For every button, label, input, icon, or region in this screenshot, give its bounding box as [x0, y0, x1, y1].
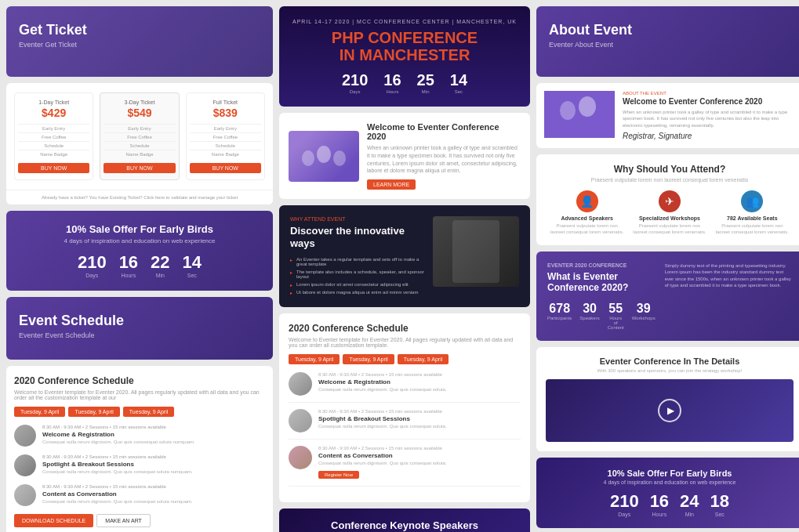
countdown-min: 22 Min — [151, 252, 169, 278]
schedule-info-3: 8:30 AM - 9:30 AM • 2 Sessions • 15 min … — [42, 484, 265, 504]
stat-speakers-lbl: Speakers — [579, 316, 599, 320]
conf-tabs: Tuesday, 9 April Tuesday, 9 April Tuesda… — [289, 354, 521, 364]
why-item-1: 👤 Advanced Speakers Praesent vulputate l… — [546, 190, 628, 236]
welcome-section: Welcome to Eventer Conference 2020 When … — [279, 113, 530, 199]
ticket-cards-container: 1-Day Ticket $429 Early Entry Free Coffe… — [6, 83, 273, 204]
buy-btn-1day[interactable]: BUY NOW — [18, 163, 89, 173]
ticket-cards: 1-Day Ticket $429 Early Entry Free Coffe… — [6, 83, 273, 190]
schedule-meta-3: 8:30 AM - 9:30 AM • 2 Sessions • 15 min … — [42, 484, 265, 489]
why-title-3: 782 Available Seats — [714, 215, 790, 221]
eb-days: 210 Days — [610, 491, 639, 517]
conference-title: PHP CONFERENCE IN MANCHESTER — [292, 29, 518, 63]
schedule-title-2: Spotlight & Breakout Sessions — [42, 461, 265, 468]
conference-date-location: APRIL 14-17 2020 | MCC CONFERENCE CENTER… — [292, 19, 518, 24]
early-birds-left: 10% Sale Offer For Early Birds 4 days of… — [6, 211, 273, 291]
workshop-icon: ✈ — [659, 190, 681, 212]
ticket-1day-type: 1-Day Ticket — [18, 100, 89, 105]
ticket-full: Full Ticket $839 Early Entry Free Coffee… — [186, 92, 265, 180]
svg-rect-3 — [544, 91, 615, 138]
welcome-desc: When an unknown printer took a galley of… — [367, 144, 521, 175]
ticket-3day-type: 3-Day Ticket — [104, 100, 175, 105]
why-items: 👤 Advanced Speakers Praesent vulputate l… — [546, 190, 794, 236]
video-thumbnail[interactable]: ▶ — [546, 379, 794, 442]
conf-avatar-2 — [289, 409, 312, 432]
we-tag: ABOUT THE EVENT — [623, 91, 795, 96]
speaker-silhouette — [452, 220, 499, 283]
schedule-item-1: 8:30 AM - 9:30 AM • 2 Sessions • 15 min … — [14, 425, 265, 447]
what-left: EVENTER 2020 CONFERENCE What is Eventer … — [547, 262, 656, 330]
play-button[interactable]: ▶ — [658, 399, 681, 422]
in-details-title: Eventer Conference In The Details — [546, 356, 794, 366]
eb-sec: 18 Sec — [710, 491, 729, 517]
conf-tab-2[interactable]: Tuesday, 9 April — [343, 354, 394, 364]
conf-item-info-3: 8:30 AM - 9:30 AM • 2 Sessions • 15 min … — [318, 446, 446, 480]
event-schedule-subtitle: Eventer Event Schedule — [19, 331, 260, 339]
ticket-footer: Already have a ticket? You have Existing… — [6, 190, 273, 204]
conf-min: 25 Min — [417, 71, 434, 94]
buy-btn-full[interactable]: BUY NOW — [190, 163, 261, 173]
svg-point-5 — [579, 96, 596, 117]
why-item-3: 👥 782 Available Seats Praesent vulputate… — [711, 190, 794, 236]
download-schedule-btn[interactable]: DOWNLOAD SCHEDULE — [14, 514, 93, 527]
schedule-avatar-1 — [14, 425, 36, 447]
schedule-tab-1[interactable]: Tuesday, 9 April — [14, 407, 65, 417]
stat-speakers-num: 30 — [579, 302, 599, 316]
early-birds-right: 10% Sale Offer For Early Birds 4 days of… — [536, 458, 799, 528]
we-desc: When an unknown printer took a galley of… — [623, 109, 795, 128]
register-now-btn[interactable]: Register Now — [318, 471, 359, 479]
stat-hours-lbl: Hours of Content — [608, 316, 624, 330]
schedule-item-2: 8:30 AM - 9:30 AM • 2 Sessions • 15 min … — [14, 454, 265, 476]
we-signature: Registrar, Signature — [623, 132, 795, 140]
schedule-tab-2[interactable]: Tuesday, 9 April — [68, 407, 119, 417]
countdown-hours-label: Hours — [119, 273, 138, 278]
countdown-sec-num: 14 — [183, 252, 202, 273]
conf-avatar-1 — [289, 372, 312, 396]
why-attend-title: Why Should You Attend? — [546, 164, 794, 175]
buy-btn-3day[interactable]: BUY NOW — [104, 163, 175, 173]
schedule-info-1: 8:30 AM - 9:30 AM • 2 Sessions • 15 min … — [42, 425, 265, 444]
schedule-desc: Welcome to Eventer template for Eventer … — [14, 389, 265, 400]
stat-hours-num: 55 — [608, 302, 624, 316]
countdown-left: 210 Days 16 Hours 22 Min 14 Sec — [19, 252, 260, 278]
welcome-text: Welcome to Eventer Conference 2020 When … — [367, 122, 521, 190]
discover-list: An Eventer takes a regular template and … — [290, 255, 425, 296]
why-desc-2: Praesent vulputate lorem non laoreet con… — [631, 223, 707, 236]
what-desc: Simply dummy text of the printing and ty… — [665, 262, 792, 289]
get-ticket-title: Get Ticket — [19, 22, 260, 38]
schedule-info-2: 8:30 AM - 9:30 AM • 2 Sessions • 15 min … — [42, 454, 265, 474]
schedule-avatar-3 — [14, 484, 36, 506]
ticket-3day: 3-Day Ticket $549 Early Entry Free Coffe… — [100, 92, 179, 180]
conf-tab-3[interactable]: Tuesday, 9 April — [398, 354, 449, 364]
countdown-min-num: 22 — [151, 252, 169, 273]
get-ticket-hero: Get Ticket Eventer Get Ticket — [6, 6, 273, 77]
stat-workshops-num: 39 — [632, 302, 656, 316]
learn-more-btn[interactable]: LEARN MORE — [367, 179, 416, 190]
why-desc-3: Praesent vulputate lorem non laoreet con… — [714, 223, 790, 236]
discover-section: WHY ATTEND EVENT Discover the innovative… — [279, 205, 530, 307]
conference-title-line1: PHP CONFERENCE — [292, 29, 518, 46]
svg-point-1 — [317, 146, 331, 163]
keynote-title: Conference Keynote Speakers — [290, 519, 519, 531]
discover-title: Discover the innovative ways — [290, 225, 425, 249]
conf-tab-1[interactable]: Tuesday, 9 April — [289, 354, 340, 364]
schedule-meta-1: 8:30 AM - 9:30 AM • 2 Sessions • 15 min … — [42, 425, 265, 429]
early-birds-right-title: 10% Sale Offer For Early Birds — [547, 469, 792, 478]
stat-workshops-lbl: Workshops — [632, 316, 656, 320]
schedule-meta-2: 8:30 AM - 9:30 AM • 2 Sessions • 15 min … — [42, 454, 265, 459]
schedule-avatar-2 — [14, 454, 36, 476]
why-attend: Why Should You Attend? Praesent vulputat… — [536, 154, 799, 245]
stat-workshops: 39 Workshops — [632, 302, 656, 330]
keynote-section: Conference Keynote Speakers Eventer 2020… — [279, 508, 530, 532]
eb-countdown: 210 Days 16 Hours 24 Min 18 Sec — [547, 491, 792, 517]
stat-participants-lbl: Participants — [547, 316, 572, 320]
make-art-btn[interactable]: MAKE AN ART — [96, 514, 151, 527]
what-title: What is Eventer Conference 2020? — [547, 271, 656, 294]
schedule-tab-3[interactable]: Tuesday, 9 April — [123, 407, 174, 417]
conference-title-line2: IN MANCHESTER — [292, 46, 518, 63]
schedule-h3: 2020 Conference Schedule — [14, 375, 265, 386]
ticket-1day-price: $429 — [18, 107, 89, 119]
early-birds-right-sub: 4 days of inspiration and education on w… — [547, 480, 792, 485]
ticket-3day-price: $549 — [104, 107, 175, 119]
discover-item-3: Lorem ipsum dolor sit amet consectetur a… — [290, 280, 425, 288]
schedule-buttons: DOWNLOAD SCHEDULE MAKE AN ART — [14, 514, 265, 527]
